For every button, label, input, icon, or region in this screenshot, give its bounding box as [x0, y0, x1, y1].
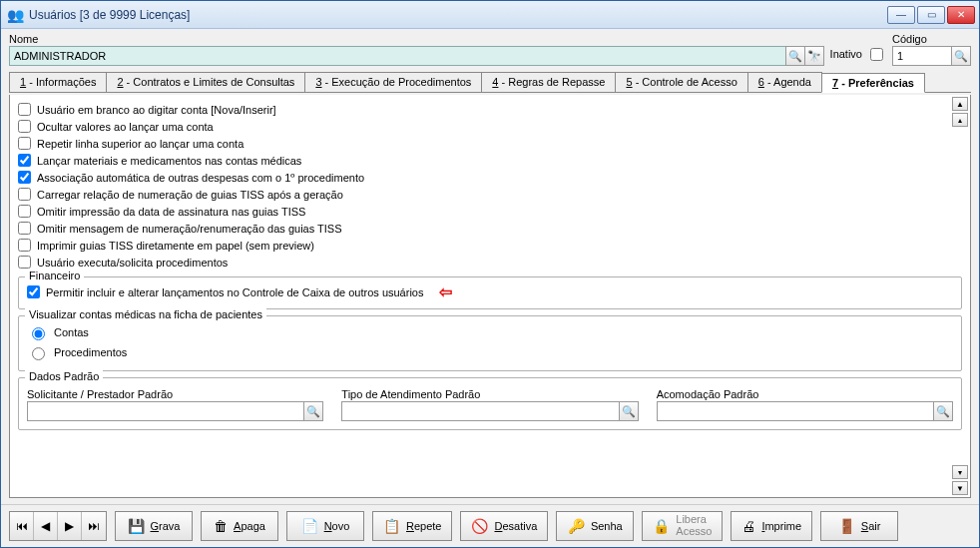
chk-label: Usuário em branco ao digitar conta [Nova…: [37, 104, 276, 116]
group-visualizar: Visualizar contas médicas na ficha de pa…: [18, 315, 962, 371]
radio-contas[interactable]: [32, 327, 45, 340]
group-financeiro: Financeiro Permitir incluir e alterar la…: [18, 276, 962, 309]
acomodacao-input[interactable]: [657, 401, 934, 421]
chk-omitir-msg[interactable]: [18, 222, 31, 235]
app-window: 👥 Usuários [3 de 9999 Licenças] — ▭ ✕ No…: [0, 0, 980, 548]
inativo-checkbox[interactable]: [870, 48, 883, 61]
visualizar-legend: Visualizar contas médicas na ficha de pa…: [25, 308, 266, 320]
nav-last-icon[interactable]: ⏭: [82, 512, 106, 540]
tab-informacoes[interactable]: 1 - Informações: [9, 72, 107, 92]
chk-carregar-tiss[interactable]: [18, 188, 31, 201]
close-button[interactable]: ✕: [947, 6, 975, 24]
repete-button[interactable]: 📋Repete: [372, 511, 452, 541]
chk-repetir-linha[interactable]: [18, 137, 31, 150]
codigo-label: Código: [892, 33, 971, 45]
nav-first-icon[interactable]: ⏮: [10, 512, 34, 540]
chk-lancar-materiais[interactable]: [18, 154, 31, 167]
group-dados-padrao: Dados Padrão Solicitante / Prestador Pad…: [18, 377, 962, 430]
repeat-icon: 📋: [383, 518, 400, 534]
maximize-button[interactable]: ▭: [917, 6, 945, 24]
novo-button[interactable]: 📄Novo: [286, 511, 364, 541]
tipo-input[interactable]: [341, 401, 619, 421]
minimize-button[interactable]: —: [887, 6, 915, 24]
chk-label: Omitir mensagem de numeração/renumeração…: [37, 223, 342, 235]
solicitante-label: Solicitante / Prestador Padrão: [27, 388, 323, 400]
chk-ocultar-valores[interactable]: [18, 120, 31, 133]
chk-usuario-branco[interactable]: [18, 103, 31, 116]
window-title: Usuários [3 de 9999 Licenças]: [29, 8, 887, 22]
tab-controle[interactable]: 5 - Controle de Acesso: [615, 72, 747, 92]
chk-label: Repetir linha superior ao lançar uma con…: [37, 138, 244, 150]
print-icon: 🖨: [741, 518, 755, 534]
tab-panel-preferencias: ▲ ▴ ▾ ▼ Usuário em branco ao digitar con…: [9, 95, 971, 498]
chk-label: Carregar relação de numeração de guias T…: [37, 189, 343, 201]
search-codigo-icon[interactable]: 🔍: [951, 46, 971, 66]
chk-label: Lançar materiais e medicamentos nas cont…: [37, 155, 301, 167]
chk-label: Omitir impressão da data de assinatura n…: [37, 206, 305, 218]
chk-label: Usuário executa/solicita procedimentos: [37, 257, 228, 269]
tab-agenda[interactable]: 6 - Agenda: [747, 72, 822, 92]
chk-permitir-caixa[interactable]: [27, 285, 40, 298]
highlight-arrow-icon: ⇦: [439, 286, 452, 297]
chk-label: Ocultar valores ao lançar uma conta: [37, 121, 214, 133]
key-icon: 🔑: [568, 518, 585, 534]
nome-label: Nome: [9, 33, 824, 45]
app-icon: 👥: [7, 7, 23, 23]
libera-acesso-button[interactable]: 🔒LiberaAcesso: [642, 511, 723, 541]
search-tipo-icon[interactable]: 🔍: [619, 401, 639, 421]
chk-imprimir-tiss[interactable]: [18, 239, 31, 252]
scroll-up-icon[interactable]: ▴: [952, 113, 968, 127]
bottom-toolbar: ⏮ ◀ ▶ ⏭ 💾Grava 🗑Apaga 📄Novo 📋Repete 🚫Des…: [1, 504, 979, 547]
inativo-label: Inativo: [830, 48, 862, 60]
lock-icon: 🔒: [653, 519, 670, 534]
solicitante-input[interactable]: [27, 401, 304, 421]
acomodacao-label: Acomodação Padrão: [657, 388, 953, 400]
radio-label: Contas: [54, 326, 89, 338]
chk-usuario-executa[interactable]: [18, 256, 31, 269]
search-solicitante-icon[interactable]: 🔍: [303, 401, 323, 421]
radio-procedimentos[interactable]: [32, 347, 45, 360]
chk-label: Imprimir guias TISS diretamente em papel…: [37, 240, 314, 252]
binoculars-icon[interactable]: 🔭: [804, 46, 824, 66]
imprime-button[interactable]: 🖨Imprime: [731, 511, 812, 541]
scroll-top-icon[interactable]: ▲: [952, 97, 968, 111]
delete-icon: 🗑: [214, 518, 228, 534]
dados-padrao-legend: Dados Padrão: [25, 370, 103, 382]
search-nome-icon[interactable]: 🔍: [785, 46, 805, 66]
senha-button[interactable]: 🔑Senha: [556, 511, 634, 541]
chk-label: Permitir incluir e alterar lançamentos n…: [46, 286, 423, 298]
record-nav: ⏮ ◀ ▶ ⏭: [9, 511, 107, 541]
grava-button[interactable]: 💾Grava: [115, 511, 193, 541]
codigo-input[interactable]: [892, 46, 952, 66]
nav-next-icon[interactable]: ▶: [58, 512, 82, 540]
tab-regras[interactable]: 4 - Regras de Repasse: [481, 72, 616, 92]
tabs: 1 - Informações 2 - Contratos e Limites …: [9, 72, 971, 93]
tipo-label: Tipo de Atendimento Padrão: [341, 388, 638, 400]
nav-prev-icon[interactable]: ◀: [34, 512, 58, 540]
nome-input[interactable]: [9, 46, 786, 66]
save-icon: 💾: [128, 518, 145, 534]
exit-icon: 🚪: [838, 518, 855, 534]
scroll-bottom-icon[interactable]: ▼: [952, 481, 968, 495]
search-acomodacao-icon[interactable]: 🔍: [933, 401, 953, 421]
deactivate-icon: 🚫: [471, 518, 488, 534]
tab-contratos[interactable]: 2 - Contratos e Limites de Consultas: [106, 72, 305, 92]
chk-omitir-data[interactable]: [18, 205, 31, 218]
tab-execucao[interactable]: 3 - Execução de Procedimentos: [304, 72, 482, 92]
apaga-button[interactable]: 🗑Apaga: [201, 511, 278, 541]
chk-associacao-auto[interactable]: [18, 171, 31, 184]
desativa-button[interactable]: 🚫Desativa: [460, 511, 548, 541]
new-icon: 📄: [301, 518, 318, 534]
financeiro-legend: Financeiro: [25, 270, 84, 281]
chk-label: Associação automática de outras despesas…: [37, 172, 364, 184]
titlebar: 👥 Usuários [3 de 9999 Licenças] — ▭ ✕: [1, 1, 979, 29]
tab-preferencias[interactable]: 7 - Preferências: [821, 73, 925, 93]
sair-button[interactable]: 🚪Sair: [820, 511, 898, 541]
scroll-down-icon[interactable]: ▾: [952, 465, 968, 479]
radio-label: Procedimentos: [54, 346, 127, 358]
